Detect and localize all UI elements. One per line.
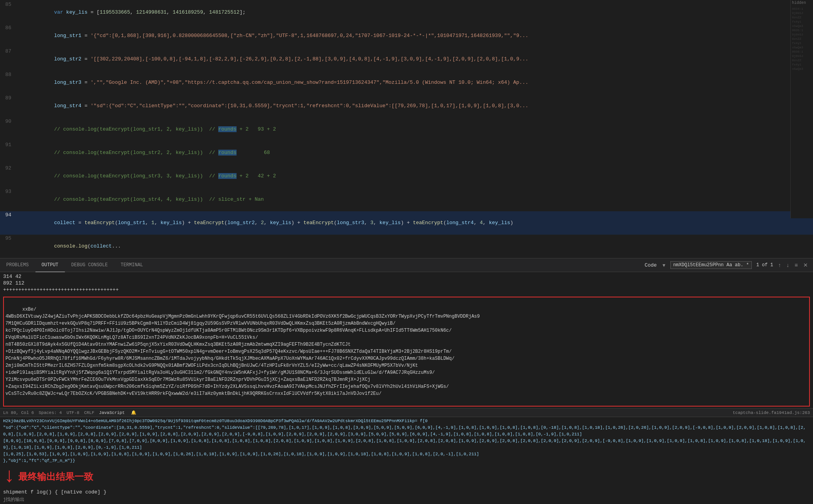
separator-line: ++++++++++++++++++++++++++++++++++++++: [3, 287, 810, 293]
language-mode[interactable]: JavaScript: [99, 410, 125, 415]
red-box-area: xxBe/ 4WBsD6XIVtuwyJZ4wjAZiuTvPhjcAPKSBD…: [3, 297, 810, 407]
code-line-94: 94 collect = teaEncrypt(long_str1, 1, ke…: [0, 211, 813, 235]
tab-debug-console[interactable]: DEBUG CONSOLE: [65, 258, 115, 272]
line-number: 86: [0, 24, 18, 32]
code-line-93: 93 // console.log(teaEncrypt(long_str4, …: [0, 188, 813, 211]
line-number: 85: [0, 1, 18, 9]
dropdown-arrow[interactable]: ▾: [661, 261, 667, 269]
prev-match-btn[interactable]: ↑: [776, 261, 783, 269]
output-line-2: 892 112: [3, 280, 810, 286]
line-number: 91: [0, 141, 18, 149]
line-ending-info: CRLF: [84, 410, 94, 415]
code-line-87: 87 long_str2 = '[[302,229,20408],[-100,0…: [0, 48, 813, 71]
editor-status-bar: Ln 80, Col 6 Spaces: 4 UTF-8 CRLF JavaSc…: [0, 408, 813, 417]
line-number: 94: [0, 211, 18, 219]
line-content: // console.log(teaEncrypt(long_str1, 2, …: [18, 118, 810, 141]
tab-problems[interactable]: PROBLEMS: [0, 258, 35, 272]
code-line-90: 90 // console.log(teaEncrypt(long_str1, …: [0, 118, 813, 141]
code-line-91: 91 // console.log(teaEncrypt(long_str2, …: [0, 141, 813, 164]
encoded-text-content: xxBe/ 4WBsD6XIVtuwyJZ4wjAZiuTvPhjcAPKSBD…: [5, 307, 480, 396]
annotation-arrow-down: ↓: [3, 467, 15, 487]
line-number: 92: [0, 164, 18, 172]
ji-line: j找的输出: [0, 496, 813, 503]
code-select-label: Code: [645, 262, 657, 268]
line-content: long_str4 = '"sd":{"od":"C","clientType"…: [18, 94, 810, 118]
filename-status: tcaptcha-slide.fa1941ad.js:263: [733, 410, 810, 415]
data-content-area: H2kj0azBLvXhY23CnxVUjGImpbUYFVWol4+o5eHU…: [0, 417, 813, 465]
hidden-label: hidden: [792, 1, 812, 5]
shipment-line: shipment f log() { [native code] }: [0, 488, 813, 496]
match-count: 1 of 1: [756, 262, 773, 268]
panel-tab-right: Code ▾ nmXDQl5tEEmu25PPnn Aa ab. * 1 of …: [645, 261, 813, 269]
line-content: long_str2 = '[[302,229,20408],[-100,0,8]…: [18, 48, 810, 71]
line-content: // console.log(teaEncrypt(long_str2, 2, …: [18, 141, 810, 164]
line-number: 90: [0, 118, 18, 126]
line-content: var key_lis = [1195533665, 1214998631, 1…: [18, 1, 810, 24]
tab-terminal[interactable]: TERMINAL: [114, 258, 150, 272]
line-number: 93: [0, 188, 18, 196]
line-number: 88: [0, 71, 18, 79]
line-content: // console.log(teaEncrypt(long_str3, 3, …: [18, 164, 810, 188]
line-content: console.log(collect...: [18, 235, 810, 258]
right-minimap: hidden 0034:19j0kGJ9znZZfx4y1s5wQa30035:…: [790, 0, 813, 218]
line-content: long_str1 = '{"cd":[0,1,868],[398,916],0…: [18, 24, 810, 48]
code-line-85: 85 var key_lis = [1195533665, 1214998631…: [0, 1, 813, 24]
line-content: collect = teaEncrypt(long_str1, 1, key_l…: [18, 211, 810, 235]
line-content: long_str3 = ',"","Google Inc. (AMD)","+0…: [18, 71, 810, 94]
spaces-info: Spaces: 4: [39, 410, 62, 415]
panel-content: 314 42 892 112 +++++++++++++++++++++++++…: [0, 272, 813, 295]
bottom-section: H2kj0azBLvXhY23CnxVUjGImpbUYFVWol4+o5eHU…: [0, 417, 813, 504]
notification-icon: 🔔: [131, 410, 136, 415]
expand-btn[interactable]: ≡: [793, 261, 800, 269]
panel-container: PROBLEMS OUTPUT DEBUG CONSOLE TERMINAL C…: [0, 258, 813, 295]
line-number: 89: [0, 94, 18, 102]
panel-tabs: PROBLEMS OUTPUT DEBUG CONSOLE TERMINAL C…: [0, 258, 813, 272]
cursor-position: Ln 80, Col 6: [3, 410, 34, 415]
line-number: 87: [0, 48, 18, 55]
annotation-text: 最终输出结果一致: [18, 470, 93, 483]
output-line-1: 314 42: [3, 274, 810, 279]
editor-area: 85 var key_lis = [1195533665, 1214998631…: [0, 0, 813, 258]
close-panel-btn[interactable]: ✕: [801, 261, 810, 269]
line-number: 95: [0, 235, 18, 242]
tab-output[interactable]: OUTPUT: [35, 258, 65, 272]
encoded-text-block: xxBe/ 4WBsD6XIVtuwyJZ4wjAZiuTvPhjcAPKSBD…: [5, 299, 808, 404]
line-content: // console.log(teaEncrypt(long_str4, 4, …: [18, 188, 810, 211]
code-line-86: 86 long_str1 = '{"cd":[0,1,868],[398,916…: [0, 24, 813, 48]
code-line-89: 89 long_str4 = '"sd":{"od":"C","clientTy…: [0, 94, 813, 118]
encoding-info: UTF-8: [67, 410, 80, 415]
search-text-display: nmXDQl5tEEmu25PPnn Aa ab. *: [670, 261, 751, 269]
code-line-95: 95 console.log(collect...: [0, 235, 813, 258]
code-line-92: 92 // console.log(teaEncrypt(long_str3, …: [0, 164, 813, 188]
code-line-88: 88 long_str3 = ',"","Google Inc. (AMD)",…: [0, 71, 813, 94]
next-match-btn[interactable]: ↓: [785, 261, 791, 269]
annotation-area: ↓ 最终输出结果一致: [0, 465, 813, 488]
